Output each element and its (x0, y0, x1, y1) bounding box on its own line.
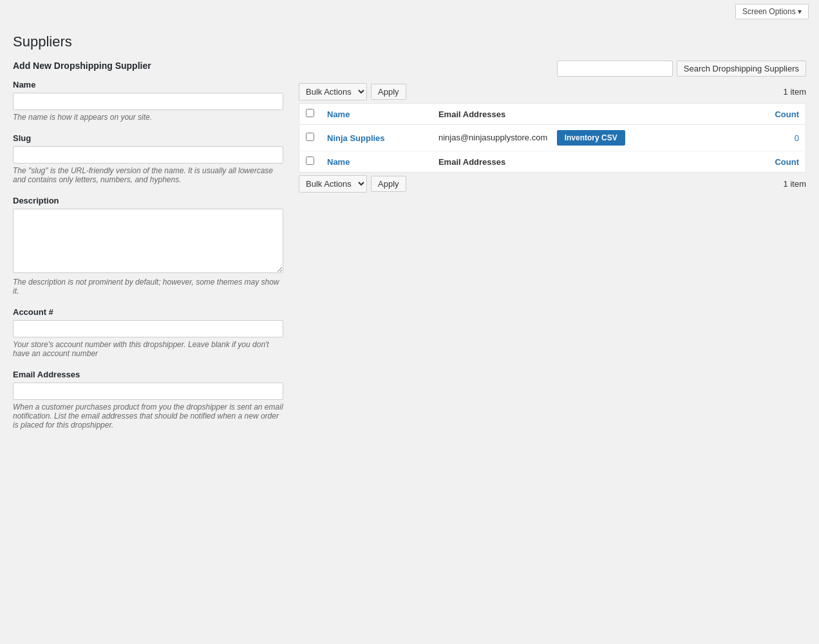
description-field-group: Description The description is not promi… (13, 196, 283, 296)
description-label: Description (13, 196, 283, 205)
select-all-checkbox[interactable] (306, 109, 314, 117)
header-count[interactable]: Count (747, 104, 806, 125)
top-item-count: 1 item (784, 87, 806, 97)
bottom-apply-button[interactable]: Apply (371, 176, 406, 192)
search-input[interactable] (557, 61, 673, 77)
top-toolbar: Bulk Actions Apply 1 item (299, 83, 806, 100)
description-hint: The description is not prominent by defa… (13, 278, 283, 296)
account-field-group: Account # Your store's account number wi… (13, 307, 283, 358)
bottom-toolbar: Bulk Actions Apply 1 item (299, 175, 806, 193)
bottom-toolbar-left: Bulk Actions Apply (299, 175, 406, 193)
bottom-item-count: 1 item (784, 179, 806, 189)
suppliers-table: Name Email Addresses Count Ninja Supplie… (299, 103, 806, 173)
row-email-cell: ninjas@ninjasupplystore.com Inventory CS… (432, 125, 747, 151)
footer-checkbox-cell (299, 151, 321, 173)
page-title: Suppliers (13, 33, 806, 50)
screen-options-button[interactable]: Screen Options ▾ (735, 4, 809, 19)
slug-label: Slug (13, 133, 283, 143)
header-checkbox-cell (299, 104, 321, 125)
slug-input[interactable] (13, 146, 283, 164)
account-input[interactable] (13, 320, 283, 337)
page-wrapper: Suppliers Add New Dropshipping Supplier … (0, 23, 819, 451)
email-hint: When a customer purchases product from y… (13, 402, 283, 430)
account-hint: Your store's account number with this dr… (13, 340, 283, 358)
top-bulk-actions-select[interactable]: Bulk Actions (299, 83, 367, 100)
email-label: Email Addresses (13, 370, 283, 379)
slug-hint: The "slug" is the URL-friendly version o… (13, 166, 283, 184)
left-panel: Add New Dropshipping Supplier Name The n… (13, 61, 283, 441)
top-toolbar-left: Bulk Actions Apply (299, 83, 406, 100)
row-checkbox-cell (299, 125, 321, 151)
header-name[interactable]: Name (321, 104, 432, 125)
footer-select-all-checkbox[interactable] (306, 156, 314, 165)
footer-header-count[interactable]: Count (747, 151, 806, 173)
name-label: Name (13, 80, 283, 90)
account-label: Account # (13, 307, 283, 317)
name-input[interactable] (13, 93, 283, 110)
name-field-group: Name The name is how it appears on your … (13, 80, 283, 122)
inventory-csv-button[interactable]: Inventory CSV (557, 130, 625, 146)
search-bar: Search Dropshipping Suppliers (299, 61, 806, 77)
add-supplier-heading: Add New Dropshipping Supplier (13, 61, 283, 71)
right-panel: Search Dropshipping Suppliers Bulk Actio… (299, 61, 806, 195)
row-name-cell: Ninja Supplies (321, 125, 432, 151)
table-footer-header-row: Name Email Addresses Count (299, 151, 806, 173)
header-email: Email Addresses (432, 104, 747, 125)
top-apply-button[interactable]: Apply (371, 84, 406, 100)
email-field-group: Email Addresses When a customer purchase… (13, 370, 283, 430)
email-input[interactable] (13, 383, 283, 400)
supplier-name-link[interactable]: Ninja Supplies (327, 133, 385, 143)
description-textarea[interactable] (13, 209, 283, 273)
footer-header-email: Email Addresses (432, 151, 747, 173)
supplier-email: ninjas@ninjasupplystore.com (438, 133, 547, 142)
bottom-bulk-actions-select[interactable]: Bulk Actions (299, 175, 367, 193)
table-row: Ninja Supplies ninjas@ninjasupplystore.c… (299, 125, 806, 151)
row-count-cell[interactable]: 0 (747, 125, 806, 151)
screen-options-bar: Screen Options ▾ (0, 0, 819, 23)
main-layout: Add New Dropshipping Supplier Name The n… (13, 61, 806, 441)
slug-field-group: Slug The "slug" is the URL-friendly vers… (13, 133, 283, 184)
footer-header-name[interactable]: Name (321, 151, 432, 173)
search-button[interactable]: Search Dropshipping Suppliers (677, 61, 806, 77)
row-checkbox-0[interactable] (306, 133, 314, 141)
name-hint: The name is how it appears on your site. (13, 113, 283, 122)
table-header-row: Name Email Addresses Count (299, 104, 806, 125)
